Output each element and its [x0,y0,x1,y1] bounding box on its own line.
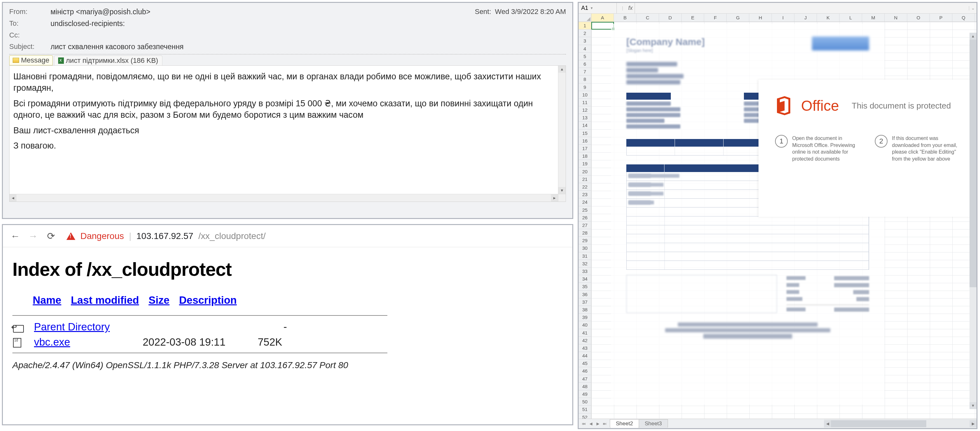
row-header[interactable]: 50 [579,398,591,406]
row-header[interactable]: 28 [579,229,591,237]
excel-horizontal-scrollbar[interactable]: ◀ ▶ [824,419,977,428]
reload-button[interactable]: ⟳ [45,231,56,241]
col-size[interactable]: Size [148,294,169,306]
row-header[interactable]: 16 [579,137,591,145]
column-header[interactable]: E [682,14,704,22]
row-header[interactable]: 19 [579,160,591,168]
row-header[interactable]: 52 [579,414,591,418]
last-sheet-icon[interactable]: ⏭ [601,420,608,427]
row-header[interactable]: 9 [579,84,591,91]
column-header[interactable]: N [885,14,907,22]
row-header[interactable]: 45 [579,360,591,367]
row-header[interactable]: 1 [579,22,591,30]
formula-bar[interactable] [635,3,969,13]
row-header[interactable]: 36 [579,291,591,298]
row-header[interactable]: 39 [579,314,591,321]
col-modified[interactable]: Last modified [71,294,139,306]
row-header[interactable]: 42 [579,337,591,344]
row-header[interactable]: 27 [579,222,591,229]
row-header[interactable]: 26 [579,214,591,222]
sheet-tab-active[interactable]: Sheet2 [610,419,639,428]
row-header[interactable]: 35 [579,283,591,290]
name-box[interactable]: A1 ▼ [579,3,617,13]
row-header[interactable]: 31 [579,252,591,260]
row-header[interactable]: 10 [579,91,591,99]
column-header[interactable]: A [591,14,614,22]
forward-button[interactable]: → [28,231,38,241]
row-header[interactable]: 33 [579,268,591,275]
parent-dir-link[interactable]: Parent Directory [34,321,110,333]
scroll-right-icon[interactable]: ► [551,194,558,201]
address-bar[interactable]: Dangerous | 103.167.92.57/xx_cloudprotec… [67,231,266,241]
selected-cell[interactable] [591,22,614,30]
spreadsheet-grid[interactable]: 1234567891011121314151617181920212223242… [579,14,977,418]
row-header[interactable]: 20 [579,168,591,176]
attachment-file[interactable]: лист підтримки.xlsx (186 KB) [54,55,162,65]
row-header[interactable]: 34 [579,275,591,283]
column-header[interactable]: I [772,14,794,22]
prev-sheet-icon[interactable]: ◀ [587,420,594,427]
row-header[interactable]: 46 [579,367,591,375]
column-header[interactable]: Q [952,14,975,22]
row-header[interactable]: 48 [579,383,591,390]
first-sheet-icon[interactable]: ⏮ [581,420,587,427]
row-header[interactable]: 37 [579,298,591,306]
row-header[interactable]: 51 [579,406,591,413]
row-header[interactable]: 25 [579,206,591,214]
row-header[interactable]: 3 [579,37,591,45]
row-header[interactable]: 22 [579,183,591,191]
row-header[interactable]: 14 [579,122,591,129]
row-header[interactable]: 23 [579,191,591,198]
scroll-right-icon[interactable]: ▶ [969,420,977,427]
column-header[interactable]: M [862,14,885,22]
column-header[interactable]: D [659,14,682,22]
next-sheet-icon[interactable]: ▶ [595,420,601,427]
row-header[interactable]: 15 [579,130,591,137]
expand-formula-icon[interactable]: ⌄ [969,6,977,11]
row-header[interactable]: 49 [579,390,591,398]
column-header[interactable]: B [614,14,636,22]
row-header[interactable]: 32 [579,260,591,268]
row-header[interactable]: 17 [579,145,591,152]
col-name[interactable]: Name [33,294,61,306]
scroll-up-icon[interactable]: ▲ [558,66,566,73]
column-header[interactable]: L [840,14,862,22]
email-horizontal-scrollbar[interactable]: ◄ ► [10,194,558,201]
row-header[interactable]: 47 [579,375,591,383]
scroll-left-icon[interactable]: ◄ [10,194,16,201]
row-header[interactable]: 43 [579,344,591,352]
sheet-tab[interactable]: Sheet3 [639,419,668,428]
row-header[interactable]: 21 [579,176,591,183]
file-link[interactable]: vbc.exe [34,336,70,348]
scroll-down-icon[interactable]: ▼ [969,402,977,409]
row-header[interactable]: 4 [579,45,591,53]
row-header[interactable]: 13 [579,114,591,122]
dropdown-icon[interactable]: ▼ [590,6,593,10]
row-header[interactable]: 30 [579,244,591,252]
row-header[interactable]: 41 [579,329,591,337]
scroll-up-icon[interactable]: ▲ [969,33,977,40]
back-button[interactable]: ← [10,231,21,241]
row-header[interactable]: 44 [579,352,591,360]
message-tab[interactable]: Message [9,55,53,65]
column-headers[interactable]: ABCDEFGHIJKLMNOPQ [591,14,977,22]
row-headers[interactable]: 1234567891011121314151617181920212223242… [579,14,591,418]
row-header[interactable]: 5 [579,53,591,60]
row-header[interactable]: 2 [579,30,591,37]
column-header[interactable]: G [727,14,749,22]
email-vertical-scrollbar[interactable]: ▲ ▼ [558,66,566,194]
column-header[interactable]: C [636,14,659,22]
row-header[interactable]: 38 [579,306,591,314]
row-header[interactable]: 24 [579,198,591,206]
row-header[interactable]: 18 [579,152,591,160]
row-header[interactable]: 40 [579,321,591,329]
email-body[interactable]: Шановні громадяни, повідомляємо, що ви н… [10,66,566,194]
excel-vertical-scrollbar[interactable]: ▲ ▼ [969,33,977,409]
scroll-down-icon[interactable]: ▼ [558,187,566,194]
column-header[interactable]: O [907,14,930,22]
row-header[interactable]: 8 [579,76,591,83]
row-header[interactable]: 29 [579,237,591,244]
cells-area[interactable]: [Company Name] [Slogan here] [591,22,977,418]
column-header[interactable]: K [817,14,840,22]
col-description[interactable]: Description [179,294,237,306]
